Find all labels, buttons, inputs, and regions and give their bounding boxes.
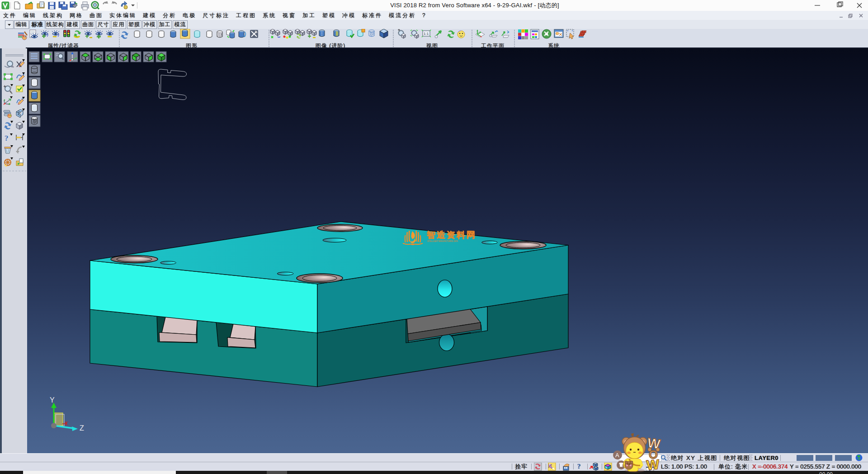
svg-text:W: W <box>646 457 660 473</box>
svg-text:?: ? <box>5 134 9 142</box>
svg-text:Z: Z <box>80 424 84 432</box>
svg-text:A: A <box>615 452 619 459</box>
svg-text:1:1: 1:1 <box>424 32 429 36</box>
svg-text:Y: Y <box>50 396 55 404</box>
